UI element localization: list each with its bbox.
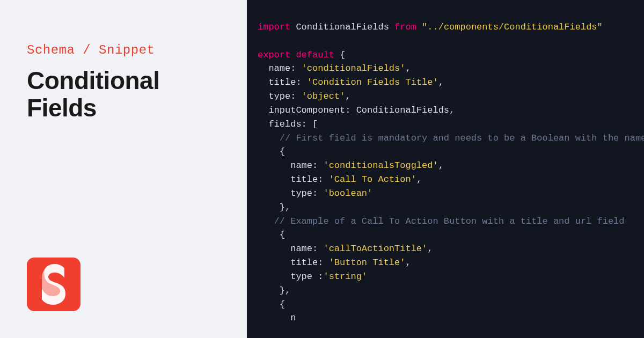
string-literal: 'boolean' [323, 188, 372, 199]
page-title: Conditional Fields [27, 67, 220, 121]
prop-fields: fields: [268, 119, 306, 129]
keyword-from: from [394, 22, 416, 32]
prop-inputcomponent: inputComponent: [268, 105, 350, 115]
string-literal: 'Button Title' [329, 258, 406, 268]
string-literal: 'conditionalsToggled' [323, 160, 438, 171]
keyword-import: import [258, 22, 290, 32]
prop-title: title: [290, 174, 323, 185]
prop-name: name: [290, 244, 318, 254]
sanity-logo [27, 258, 80, 311]
prop-name: name: [290, 160, 318, 171]
prop-type: type: [268, 91, 296, 101]
identifier: ConditionalFields [296, 22, 389, 32]
breadcrumb: Schema / Snippet [27, 43, 220, 57]
string-literal: 'string' [323, 271, 367, 282]
string-literal: 'object' [302, 91, 346, 101]
comment: // Example of a Call To Action Button wi… [274, 216, 625, 226]
prop-title: title: [268, 77, 301, 87]
brace: { [340, 50, 345, 60]
string-literal: 'callToActionTitle' [323, 244, 427, 254]
code-panel: import ConditionalFields from "../compon… [247, 0, 644, 338]
string-literal: 'Call To Action' [329, 174, 416, 185]
prop-title: title: [290, 258, 323, 268]
string-literal: "../components/ConditionalFields" [422, 22, 603, 32]
prop-partial: n [290, 313, 296, 323]
prop-type: type: [290, 188, 318, 199]
prop-type: type : [290, 271, 323, 282]
prop-name: name: [268, 63, 296, 74]
keyword-default: default [296, 50, 334, 60]
keyword-export: export [258, 50, 290, 60]
string-literal: 'conditionalFields' [302, 63, 406, 74]
sidebar-panel: Schema / Snippet Conditional Fields [0, 0, 247, 338]
identifier: ConditionalFields [356, 105, 449, 115]
comment: // First field is mandatory and needs to… [280, 133, 644, 143]
sanity-s-icon [38, 263, 70, 306]
string-literal: 'Condition Fields Title' [307, 77, 438, 87]
